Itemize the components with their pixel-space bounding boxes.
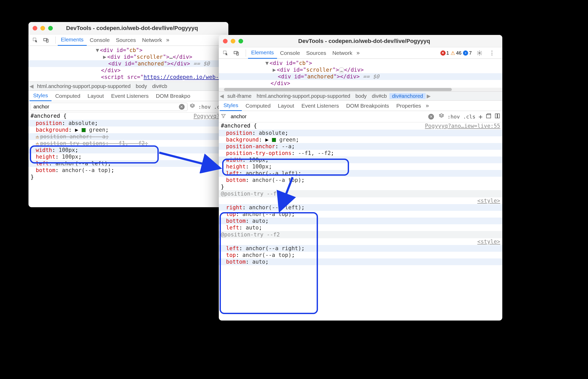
css-prop[interactable]: height: 100px; <box>219 163 502 170</box>
subtab-eventlisteners[interactable]: Event Listeners <box>107 91 152 101</box>
subtab-computed[interactable]: Computed <box>242 101 274 111</box>
tab-network[interactable]: Network <box>329 47 355 59</box>
device-toolbar-icon[interactable] <box>233 49 240 57</box>
crumb-html[interactable]: html.anchoring-support.popup-supported <box>254 93 353 99</box>
clear-icon[interactable]: ✕ <box>179 104 185 110</box>
at-rule-f2[interactable]: @position-try --f2 <box>219 231 502 238</box>
css-prop[interactable]: bottom: anchor(--a top); <box>219 177 502 183</box>
filter-icon[interactable] <box>221 113 226 120</box>
css-prop[interactable]: bottom: auto; <box>219 258 502 265</box>
tab-sources[interactable]: Sources <box>303 47 329 59</box>
tab-network[interactable]: Network <box>139 34 165 46</box>
styles-pane[interactable]: #anchored {Pogyyyq?ano…iew=live:55 posit… <box>219 122 502 265</box>
tab-console[interactable]: Console <box>277 47 303 59</box>
crumb-body[interactable]: body <box>133 83 149 89</box>
filter-input[interactable]: anchor ✕ <box>228 113 437 121</box>
subtab-dombreakpoints[interactable]: DOM Breakpoints <box>343 101 393 111</box>
elements-panel[interactable]: ▼<div id="cb"> ▶<div id="scroller">…</di… <box>219 59 502 88</box>
at-rule-f1[interactable]: @position-try --f1 <box>219 190 502 197</box>
color-swatch[interactable] <box>272 138 276 142</box>
style-link[interactable]: <style> <box>477 198 500 204</box>
close-button[interactable] <box>223 39 228 43</box>
cls-toggle[interactable]: .cls <box>463 114 475 120</box>
subtab-computed[interactable]: Computed <box>52 91 84 101</box>
crumb-html[interactable]: html.anchoring-support.popup-supported <box>34 83 133 89</box>
selector[interactable]: #anchored { <box>28 113 192 120</box>
ellipsis-badge[interactable]: … <box>339 68 344 73</box>
settings-icon[interactable] <box>476 49 483 57</box>
css-prop[interactable]: left: anchor(--a left); <box>219 170 502 177</box>
minimize-button[interactable] <box>40 26 45 31</box>
css-prop[interactable]: background: ▶ green; <box>28 127 228 133</box>
expand-icon[interactable]: ▼ <box>265 60 270 66</box>
css-prop[interactable]: position-try-options: --f1, --f2; <box>219 150 502 157</box>
css-prop[interactable]: width: 100px; <box>219 157 502 163</box>
dom-node[interactable]: <div id="scroller"> <box>107 54 169 60</box>
tab-sources[interactable]: Sources <box>113 34 139 46</box>
subtab-layout[interactable]: Layout <box>274 101 298 111</box>
clear-icon[interactable]: ✕ <box>428 114 434 120</box>
hov-toggle[interactable]: :hov <box>198 104 211 110</box>
crumb-divcb[interactable]: div#cb <box>369 93 389 99</box>
subtab-dombreakpoints[interactable]: DOM Breakpo <box>152 91 194 101</box>
maximize-button[interactable] <box>238 39 243 43</box>
css-prop[interactable]: background: ▶ green; <box>219 136 502 143</box>
issue-count[interactable]: ▪7 <box>463 50 472 56</box>
horizontal-scrollbar[interactable] <box>219 88 502 91</box>
more-subtabs[interactable]: » <box>426 102 429 109</box>
css-prop[interactable]: left: anchor(--a left); <box>28 160 228 167</box>
subtab-properties[interactable]: Properties <box>393 101 425 111</box>
window-titlebar[interactable]: DevTools - codepen.io/web-dot-dev/live/P… <box>219 35 502 47</box>
expand-icon[interactable]: ▶ <box>273 67 277 73</box>
hov-toggle[interactable]: :hov <box>447 114 460 120</box>
elements-panel[interactable]: ▼<div id="cb"> ▶<div id="scroller">…</di… <box>28 46 228 81</box>
inspect-icon[interactable] <box>32 36 39 44</box>
crumb-divcb[interactable]: div#cb <box>150 83 170 89</box>
source-link[interactable]: Pogyyyq?ano…iew=live:55 <box>423 122 502 130</box>
css-prop[interactable]: right: anchor(--a left); <box>219 204 502 211</box>
css-prop[interactable]: height: 100px; <box>28 153 228 160</box>
css-prop-invalid[interactable]: ⚠position-anchor: --a; <box>28 133 228 140</box>
crumb-selected[interactable]: div#anchored <box>389 93 426 99</box>
breadcrumb[interactable]: ◀ sult-iframe html.anchoring-support.pop… <box>219 91 502 101</box>
filter-input[interactable]: anchor ✕ <box>31 103 187 111</box>
device-toolbar-icon[interactable] <box>42 36 50 44</box>
minimize-button[interactable] <box>231 39 235 43</box>
error-count[interactable]: ✕1 <box>440 50 449 56</box>
color-swatch[interactable] <box>82 128 86 132</box>
selector[interactable]: #anchored { <box>219 122 423 130</box>
layers-icon[interactable] <box>439 113 444 120</box>
expand-icon[interactable]: ▼ <box>96 47 100 53</box>
css-prop[interactable]: width: 100px; <box>28 147 228 153</box>
css-prop[interactable]: top: anchor(--a top); <box>219 252 502 258</box>
more-tabs[interactable]: » <box>357 50 360 56</box>
css-prop[interactable]: position: absolute; <box>219 130 502 136</box>
breadcrumb[interactable]: ◀ html.anchoring-support.popup-supported… <box>28 81 228 91</box>
crumb-left-icon[interactable]: ◀ <box>28 83 34 89</box>
style-link[interactable]: <style> <box>477 239 500 245</box>
dom-node[interactable]: <div id="cb"> <box>270 60 312 66</box>
crumb-body[interactable]: body <box>353 93 369 99</box>
dom-node-selected[interactable]: <div id="anchored"></div> <box>108 61 190 67</box>
dom-node[interactable]: <script src=" <box>101 74 143 80</box>
css-prop-invalid[interactable]: ⚠position-try-options: --f1, --f2; <box>28 140 228 147</box>
close-button[interactable] <box>33 26 37 31</box>
tab-console[interactable]: Console <box>87 34 113 46</box>
inspect-icon[interactable] <box>222 49 229 57</box>
window-titlebar[interactable]: DevTools - codepen.io/web-dot-dev/live/P… <box>28 22 228 34</box>
maximize-button[interactable] <box>48 26 53 31</box>
css-prop[interactable]: top: anchor(--a top); <box>219 211 502 218</box>
subtab-styles[interactable]: Styles <box>220 101 242 111</box>
new-rule-icon[interactable]: + <box>478 113 483 121</box>
css-prop[interactable]: left: auto; <box>219 224 502 231</box>
scrollbar-thumb[interactable] <box>224 88 452 91</box>
subtab-styles[interactable]: Styles <box>30 91 52 101</box>
tab-elements[interactable]: Elements <box>58 34 87 46</box>
src-link[interactable]: https://codepen.io/web-dot-d <box>143 74 228 80</box>
tab-elements[interactable]: Elements <box>248 47 277 59</box>
computed-icon[interactable] <box>486 113 491 120</box>
css-prop[interactable]: position: absolute; <box>28 120 228 127</box>
css-prop[interactable]: bottom: anchor(--a top); <box>28 167 228 174</box>
dom-node[interactable]: <div id="scroller"> <box>277 67 339 73</box>
warning-count[interactable]: ⚠46 <box>451 50 461 56</box>
